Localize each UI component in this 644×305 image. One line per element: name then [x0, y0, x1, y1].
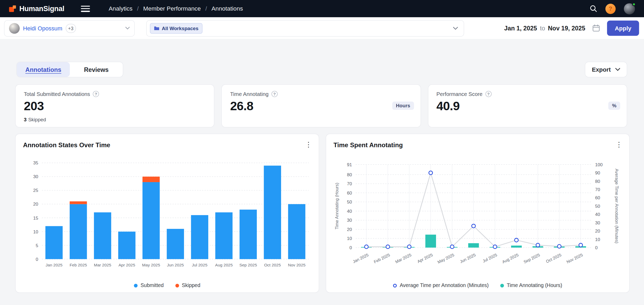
- stat-label: Time Annotating ?: [230, 91, 412, 97]
- svg-text:Sep 2025: Sep 2025: [523, 252, 541, 264]
- svg-text:20: 20: [595, 229, 600, 234]
- svg-text:10: 10: [33, 229, 38, 234]
- svg-text:Jan 2025: Jan 2025: [46, 263, 63, 267]
- charts-row: Annotation States Over Time ⋮ 0510152025…: [15, 134, 627, 293]
- svg-text:Sep 2025: Sep 2025: [239, 263, 257, 267]
- kebab-menu-icon[interactable]: ⋮: [303, 139, 314, 150]
- footnote-value: 3: [24, 117, 26, 123]
- export-button[interactable]: Export: [585, 62, 627, 77]
- brand-name: HumanSignal: [19, 4, 64, 13]
- breadcrumb-member-performance[interactable]: Member Performance: [143, 5, 201, 12]
- online-status-dot: [632, 2, 636, 6]
- legend-submitted[interactable]: Submitted: [134, 283, 164, 288]
- topbar-actions: ?: [590, 3, 635, 14]
- workspace-chip[interactable]: All Workspaces: [150, 23, 202, 33]
- chart-legend: Submitted Skipped: [16, 283, 319, 288]
- svg-text:May 2025: May 2025: [437, 252, 455, 264]
- svg-text:Apr 2025: Apr 2025: [119, 263, 135, 267]
- svg-text:70: 70: [595, 187, 600, 192]
- stats-row: Total Submitted Annotations ? 203 3Skipp…: [15, 84, 627, 127]
- unit-badge: Hours: [392, 101, 414, 110]
- chevron-down-icon: [125, 27, 130, 30]
- time-spent-chart: 0102030405060708091010203040506070809010…: [334, 159, 622, 265]
- help-icon[interactable]: ?: [605, 3, 616, 14]
- legend-skipped[interactable]: Skipped: [175, 283, 200, 288]
- search-icon[interactable]: [590, 5, 597, 12]
- svg-text:100: 100: [595, 162, 603, 167]
- top-navigation-bar: HumanSignal Analytics / Member Performan…: [0, 0, 644, 17]
- chevron-down-icon: [615, 68, 620, 71]
- stat-footnote: 3Skipped: [24, 117, 46, 123]
- legend-time-annotating[interactable]: Time Annotating (Hours): [500, 283, 562, 288]
- help-icon[interactable]: ?: [93, 91, 99, 97]
- humansignal-logo-icon: [9, 5, 16, 12]
- apply-button[interactable]: Apply: [607, 21, 639, 36]
- member-select[interactable]: Heidi Opossum +3: [4, 20, 135, 36]
- stat-value: 203: [24, 99, 206, 113]
- svg-text:50: 50: [347, 200, 352, 205]
- svg-text:0: 0: [595, 245, 598, 250]
- svg-text:30: 30: [595, 220, 600, 225]
- svg-text:Jul 2025: Jul 2025: [192, 263, 207, 267]
- svg-text:Nov 2025: Nov 2025: [288, 263, 306, 267]
- svg-text:80: 80: [595, 179, 600, 184]
- svg-text:Nov 2025: Nov 2025: [566, 252, 584, 264]
- annotation-states-chart: 05101520253035Jan 2025Feb 2025Mar 2025Ap…: [23, 155, 311, 269]
- legend-average-time[interactable]: Average Time per Annotation (Minutes): [393, 283, 489, 288]
- brand-logo[interactable]: HumanSignal: [9, 4, 64, 13]
- workspace-chip-label: All Workspaces: [162, 25, 198, 31]
- svg-text:Jul 2025: Jul 2025: [482, 252, 498, 263]
- svg-text:20: 20: [33, 202, 38, 207]
- workspace-select[interactable]: All Workspaces: [146, 20, 464, 36]
- svg-text:Jan 2025: Jan 2025: [352, 252, 369, 264]
- date-start[interactable]: Jan 1, 2025: [504, 25, 537, 31]
- svg-text:60: 60: [347, 191, 352, 196]
- svg-text:Feb 2025: Feb 2025: [373, 252, 391, 264]
- tab-group: Annotations Reviews: [16, 62, 123, 77]
- folder-icon: [154, 26, 159, 30]
- stat-label: Performance Score ?: [437, 91, 619, 97]
- chart-title: Time Spent Annotating: [334, 141, 622, 149]
- legend-label: Average Time per Annotation (Minutes): [400, 283, 489, 288]
- date-end[interactable]: Nov 19, 2025: [548, 25, 585, 31]
- footnote-label: Skipped: [28, 117, 46, 123]
- stat-label-text: Total Submitted Annotations: [24, 91, 90, 97]
- breadcrumb-separator: /: [137, 5, 139, 12]
- chart-legend: Average Time per Annotation (Minutes) Ti…: [326, 283, 629, 288]
- help-icon[interactable]: ?: [485, 91, 491, 97]
- tab-annotations[interactable]: Annotations: [17, 62, 70, 77]
- export-label: Export: [592, 66, 610, 73]
- svg-text:40: 40: [347, 209, 352, 214]
- breadcrumb-analytics[interactable]: Analytics: [109, 5, 132, 12]
- chart-title: Annotation States Over Time: [23, 141, 311, 149]
- svg-text:50: 50: [595, 204, 600, 209]
- hamburger-menu-icon[interactable]: [81, 6, 90, 12]
- stat-label-text: Performance Score: [437, 91, 482, 97]
- tab-reviews[interactable]: Reviews: [70, 62, 123, 77]
- page: HumanSignal Analytics / Member Performan…: [0, 0, 644, 305]
- calendar-icon[interactable]: [592, 24, 600, 32]
- legend-label: Time Annotating (Hours): [507, 283, 562, 288]
- svg-text:0: 0: [349, 245, 352, 250]
- svg-text:Aug 2025: Aug 2025: [215, 263, 233, 267]
- kebab-menu-icon[interactable]: ⋮: [614, 139, 624, 150]
- date-range-picker[interactable]: Jan 1, 2025 to Nov 19, 2025: [504, 25, 585, 31]
- legend-label: Skipped: [182, 283, 200, 288]
- svg-text:0: 0: [36, 257, 38, 262]
- svg-text:Time Annotating (Hours): Time Annotating (Hours): [334, 183, 339, 229]
- svg-text:90: 90: [595, 170, 600, 175]
- stat-value: 40.9: [437, 99, 619, 113]
- help-icon[interactable]: ?: [271, 91, 277, 97]
- average-time-ring-icon: [393, 284, 397, 287]
- skipped-dot-icon: [175, 284, 179, 287]
- user-avatar[interactable]: [624, 3, 635, 14]
- svg-text:10: 10: [347, 236, 352, 241]
- date-joiner: to: [540, 25, 545, 31]
- svg-text:80: 80: [347, 172, 352, 177]
- stat-card-time-annotating: Time Annotating ? 26.8 Hours: [221, 84, 421, 127]
- svg-text:Jun 2025: Jun 2025: [459, 252, 476, 264]
- svg-text:91: 91: [347, 162, 352, 167]
- svg-text:70: 70: [347, 181, 352, 186]
- breadcrumb-separator: /: [205, 5, 207, 12]
- svg-text:May 2025: May 2025: [142, 263, 160, 267]
